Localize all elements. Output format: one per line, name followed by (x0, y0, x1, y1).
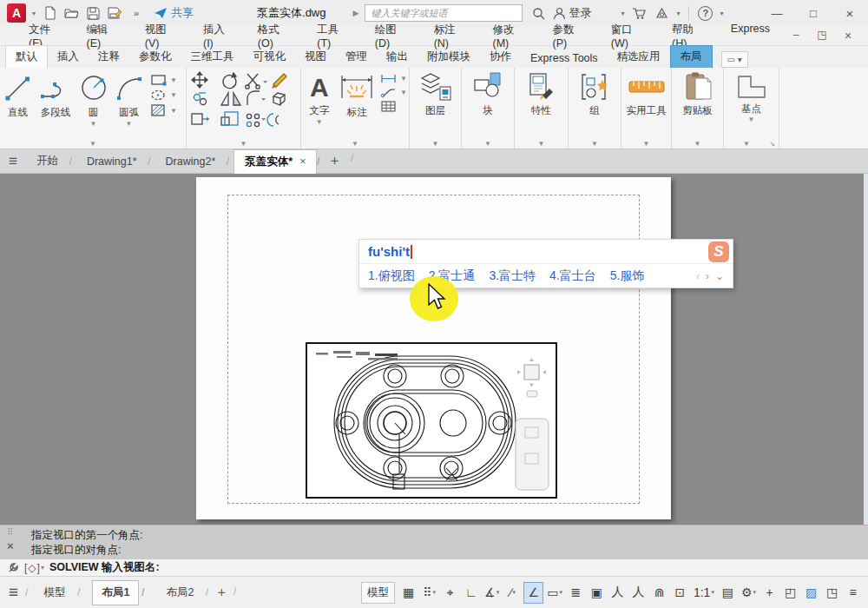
doc-tab-drawing1[interactable]: Drawing1*× (76, 151, 148, 172)
clipboard-panel-expander[interactable]: ▼ (672, 140, 723, 148)
ribbon-tab[interactable]: 管理 (336, 46, 377, 68)
doc-minimize-button[interactable]: – (783, 29, 809, 43)
leader-dropdown-icon[interactable]: ▼ (400, 89, 407, 96)
ribbon-tab[interactable]: 精选应用 (608, 46, 670, 68)
viewcube-icon[interactable] (517, 358, 546, 397)
ribbon-tab[interactable]: 协作 (480, 46, 521, 68)
text-dropdown-icon[interactable]: ▼ (316, 118, 323, 126)
layers-panel-expander[interactable]: ▼ (410, 140, 461, 148)
help-search-input[interactable] (365, 4, 523, 22)
account-caret-icon[interactable]: ▾ (621, 10, 624, 17)
ribbon-panel-group[interactable]: 组 ▼ (569, 68, 621, 149)
snap-mode-icon[interactable]: ⠿ (419, 582, 439, 604)
ribbon-panel-layers[interactable]: 图层 ▼ (410, 68, 462, 149)
ribbon-tab[interactable]: 可视化 (244, 46, 296, 68)
ribbon-tab[interactable]: 三维工具 (181, 46, 244, 68)
draw-panel-expander[interactable]: ▼ (0, 140, 186, 148)
layout-tab-layout2[interactable]: 布局2 (157, 581, 202, 605)
canvas-scrollbar[interactable] (864, 174, 868, 525)
table-tool[interactable] (380, 100, 407, 113)
ribbon-panel-clipboard[interactable]: 剪贴板 ▼ (672, 68, 724, 149)
ime-candidate[interactable]: 4.富士台 (549, 268, 596, 284)
app-manager-icon[interactable] (654, 5, 669, 21)
ime-more-icon[interactable]: ⌄ (715, 270, 724, 282)
settings-gear-icon[interactable]: ⚙ (739, 582, 759, 604)
model-paper-toggle[interactable]: 模型 (361, 582, 395, 604)
customize-wrench-icon[interactable] (7, 562, 19, 574)
doc-close-button[interactable]: × (835, 29, 861, 43)
login-button[interactable]: 登录 (553, 5, 591, 21)
quick-properties-icon[interactable]: ◰ (780, 582, 800, 604)
utilities-panel-expander[interactable]: ▼ (621, 140, 671, 148)
menu-item[interactable]: Express (718, 23, 783, 50)
layout-viewport[interactable] (306, 342, 557, 499)
isometric-drafting-icon[interactable]: ∕ (503, 582, 523, 604)
layout-tab-model[interactable]: 模型 (35, 581, 74, 605)
recent-commands-button[interactable]: [◇]▾ (24, 562, 44, 574)
dimension-tool[interactable]: 标注 (338, 70, 378, 119)
clean-screen-icon[interactable]: ◳ (822, 582, 842, 604)
ime-candidate[interactable]: 1.俯视图 (368, 268, 415, 284)
save-icon[interactable] (85, 5, 101, 21)
ribbon-tab[interactable]: 插入 (48, 46, 89, 68)
object-snap-icon[interactable]: ▭ (544, 582, 565, 604)
circle-dropdown-icon[interactable]: ▼ (90, 120, 97, 128)
maximize-button[interactable]: □ (795, 0, 832, 26)
ime-candidate[interactable]: 3.富士特 (489, 268, 536, 284)
block-panel-expander[interactable]: ▼ (462, 140, 514, 148)
polar-tracking-icon[interactable]: ∡ (482, 582, 502, 604)
layout-tab-layout1[interactable]: 布局1 (92, 580, 139, 605)
selection-cycling-icon[interactable]: ▣ (587, 582, 607, 604)
linear-dimension-dropdown-icon[interactable]: ▼ (400, 75, 407, 83)
help-caret-icon[interactable]: ▾ (720, 10, 723, 17)
dynamic-input-icon[interactable]: ⌖ (440, 582, 460, 604)
ribbon-panel-base[interactable]: 基点 ▼ ▼ ↘ (724, 68, 779, 149)
graphics-performance-icon[interactable]: ▨ (801, 582, 821, 604)
ribbon-display-toggle[interactable]: ▭ ▾ (721, 51, 748, 68)
layout-tabs-menu-icon[interactable]: ≡ (9, 583, 18, 602)
drawing-canvas[interactable]: fu'shi't S 1.俯视图2.富士通3.富士特4.富士台5.服饰 ‹ › … (0, 174, 868, 525)
command-prompt-text[interactable]: SOLVIEW 输入视图名: (49, 560, 160, 575)
annotation-visibility-icon[interactable]: 人 (608, 582, 628, 604)
qat-expand-icon[interactable]: » (128, 5, 144, 21)
ribbon-tab[interactable]: Express Tools (521, 49, 608, 68)
circle-tool[interactable]: 圆 ▼ (76, 70, 111, 128)
navigation-bar[interactable] (516, 419, 549, 490)
annotation-panel-expander[interactable]: ▼ (301, 140, 409, 148)
ime-candidate[interactable]: 5.服饰 (610, 268, 645, 284)
base-panel-launcher-icon[interactable]: ↘ (769, 140, 775, 148)
doc-restore-button[interactable]: ◳ (809, 29, 835, 43)
ellipse-tool[interactable]: ▼ (150, 89, 177, 102)
ribbon-tab[interactable]: 布局 (670, 45, 713, 68)
command-window-close-icon[interactable]: × (7, 539, 14, 552)
object-snap-tracking-icon[interactable]: ∠ (523, 582, 543, 604)
search-icon[interactable] (530, 5, 546, 21)
arc-dropdown-icon[interactable]: ▼ (126, 120, 133, 128)
annotation-scale[interactable]: 1:1 (691, 582, 717, 604)
new-file-icon[interactable] (42, 5, 57, 21)
doc-tab-bengGaiShiTi[interactable]: 泵盖实体*× (233, 149, 317, 174)
ribbon-tab[interactable]: 输出 (377, 46, 418, 68)
search-scope-arrow-icon[interactable]: ▶ (352, 9, 358, 17)
app-logo[interactable]: A (7, 3, 26, 23)
ribbon-tab[interactable]: 注释 (89, 46, 129, 68)
modify-tools-grid[interactable] (187, 70, 294, 133)
close-button[interactable]: × (832, 0, 868, 26)
customization-menu-icon[interactable]: ≡ (843, 582, 863, 604)
rectangle-tool[interactable]: ▼ (150, 74, 177, 87)
hatch-tool[interactable]: ▼ (150, 103, 177, 117)
ellipse-dropdown-icon[interactable]: ▼ (170, 91, 177, 99)
text-tool[interactable]: A 文字 ▼ (301, 70, 338, 126)
lock-ui-icon[interactable]: ⋒ (649, 582, 669, 604)
rectangle-dropdown-icon[interactable]: ▼ (170, 76, 177, 84)
store-cart-icon[interactable] (631, 5, 647, 21)
doc-tab-drawing2[interactable]: Drawing2*× (155, 151, 227, 172)
share-button[interactable]: 共享 (154, 5, 194, 21)
ribbon-panel-properties[interactable]: 特性 ▼ (515, 68, 569, 149)
open-folder-icon[interactable] (63, 5, 79, 21)
arc-tool[interactable]: 圆弧 ▼ (111, 70, 147, 128)
new-drawing-tab-button[interactable]: ＋ (317, 152, 352, 170)
new-layout-button[interactable]: ＋ (214, 584, 228, 602)
workspace-switching-icon[interactable]: ▤ (718, 582, 738, 604)
group-panel-expander[interactable]: ▼ (569, 140, 621, 148)
